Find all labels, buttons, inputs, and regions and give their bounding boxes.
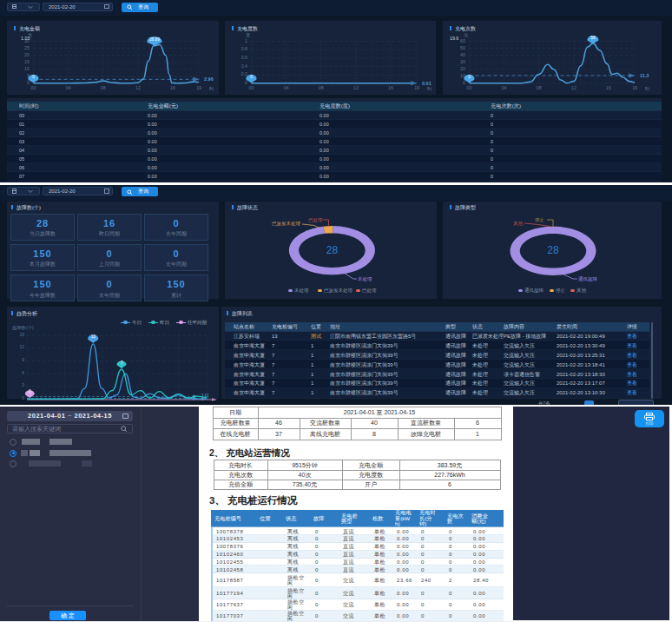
svg-text:26.69: 26.69 bbox=[149, 37, 160, 42]
svg-text:0: 0 bbox=[32, 75, 35, 79]
svg-text:7: 7 bbox=[121, 360, 123, 364]
svg-text:0: 0 bbox=[29, 389, 31, 394]
svg-text:0: 0 bbox=[250, 75, 253, 79]
svg-text:0: 0 bbox=[468, 75, 471, 79]
svg-text:58: 58 bbox=[590, 36, 596, 40]
svg-text:13: 13 bbox=[91, 334, 96, 339]
